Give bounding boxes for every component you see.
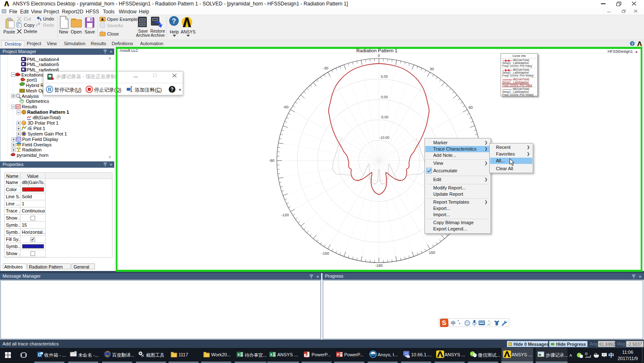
svg-text:X: X xyxy=(237,353,240,357)
svg-text:P: P xyxy=(305,353,308,357)
svg-text:5.00: 5.00 xyxy=(381,74,388,79)
svg-text:0: 0 xyxy=(378,54,380,58)
svg-text:-10.00: -10.00 xyxy=(379,135,389,140)
svg-text:-180: -180 xyxy=(375,263,383,268)
svg-text:-60: -60 xyxy=(283,105,289,109)
svg-text:X: X xyxy=(270,353,272,357)
svg-text:P: P xyxy=(337,353,339,357)
svg-text:30: 30 xyxy=(429,67,434,71)
svg-text:S: S xyxy=(442,319,446,327)
svg-text:-30: -30 xyxy=(323,66,328,70)
svg-text:?: ? xyxy=(172,18,176,25)
svg-text:60: 60 xyxy=(469,105,473,110)
svg-text:e: e xyxy=(372,351,374,357)
svg-text:-150: -150 xyxy=(322,251,329,256)
svg-text:0.00: 0.00 xyxy=(381,95,388,99)
svg-text:?: ? xyxy=(171,87,174,92)
svg-text:-120: -120 xyxy=(281,213,289,217)
svg-text:-5.00: -5.00 xyxy=(380,115,388,119)
svg-text:?: ? xyxy=(631,42,634,46)
svg-text:-90: -90 xyxy=(269,158,274,163)
svg-text:150: 150 xyxy=(429,251,435,255)
